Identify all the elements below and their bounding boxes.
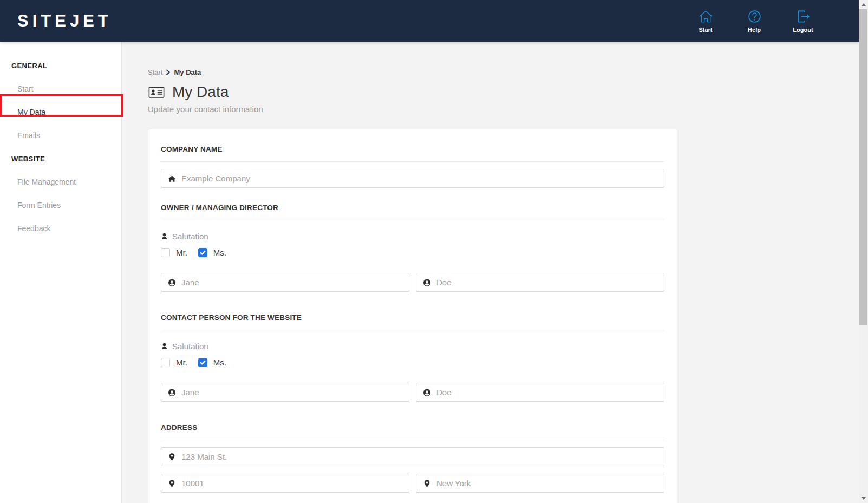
sidebar-item-form-entries[interactable]: Form Entries: [0, 195, 121, 215]
divider: [161, 161, 664, 162]
nav-logout-button[interactable]: Logout: [791, 9, 815, 33]
contact-salutation-options: Mr. Ms.: [161, 358, 664, 367]
sidebar-item-start[interactable]: Start: [0, 79, 121, 99]
address-heading: ADDRESS: [161, 423, 664, 432]
divider: [161, 330, 664, 330]
zip-input[interactable]: [161, 474, 409, 493]
sidebar-item-emails[interactable]: Emails: [0, 126, 121, 145]
sidebar: GENERAL Start My Data Emails WEBSITE Fil…: [0, 42, 122, 503]
owner-last-name-wrap: [416, 273, 664, 292]
user-icon: [161, 233, 168, 240]
divider: [161, 440, 664, 440]
breadcrumb-current: My Data: [174, 68, 201, 76]
sidebar-item-my-data[interactable]: My Data: [0, 102, 121, 122]
user-icon: [161, 343, 168, 350]
navbar-actions: Start Help Logout: [693, 9, 815, 33]
sidebar-item-feedback[interactable]: Feedback: [0, 219, 121, 238]
triangle-down-icon: [862, 497, 866, 500]
sidebar-section-general: GENERAL Start My Data Emails: [0, 56, 121, 145]
contact-last-name-wrap: [416, 383, 664, 402]
salutation-label: Salutation: [172, 232, 208, 241]
owner-heading: OWNER / MANAGING DIRECTOR: [161, 204, 664, 212]
nav-start-button[interactable]: Start: [693, 9, 718, 33]
logout-icon: [796, 9, 811, 24]
contact-person-heading: CONTACT PERSON FOR THE WEBSITE: [161, 313, 664, 322]
owner-name-row: [161, 273, 664, 292]
checkbox-ms[interactable]: [198, 358, 207, 367]
contact-last-name-input[interactable]: [416, 383, 664, 402]
divider: [161, 220, 664, 220]
company-name-input[interactable]: [161, 169, 664, 188]
breadcrumb-start-link[interactable]: Start: [148, 68, 162, 76]
salutation-label: Salutation: [172, 342, 208, 351]
owner-first-name-input[interactable]: [161, 273, 409, 292]
contact-salutation-row: Salutation: [161, 342, 664, 351]
scrollbar-thumb[interactable]: [859, 9, 867, 325]
contact-first-name-wrap: [161, 383, 409, 402]
chevron-right-icon: [166, 69, 171, 75]
page-scrollbar[interactable]: [859, 0, 868, 503]
page-title: My Data: [172, 83, 229, 101]
page-subtitle: Update your contact information: [148, 104, 859, 114]
help-icon: [747, 9, 762, 24]
city-field-wrap: [416, 474, 664, 493]
scrollbar-down-arrow[interactable]: [859, 494, 868, 503]
page-title-row: My Data: [148, 83, 859, 101]
home-icon: [699, 9, 713, 24]
checkbox-ms[interactable]: [198, 248, 207, 257]
nav-logout-label: Logout: [793, 27, 813, 33]
street-field-wrap: [161, 447, 664, 466]
owner-last-name-input[interactable]: [416, 273, 664, 292]
triangle-up-icon: [862, 3, 866, 6]
owner-salutation-row: Salutation: [161, 232, 664, 241]
main-content: Start My Data My Data Update your contac…: [122, 42, 859, 503]
owner-first-name-wrap: [161, 273, 409, 292]
zip-field-wrap: [161, 474, 409, 493]
company-name-heading: COMPANY NAME: [161, 145, 664, 153]
checkbox-mr[interactable]: [161, 358, 170, 367]
zip-city-row: [161, 474, 664, 493]
checkbox-ms-label[interactable]: Ms.: [213, 358, 226, 367]
nav-help-label: Help: [748, 27, 761, 33]
my-data-form-card: COMPANY NAME OWNER / MANAGING DIRECTOR S…: [148, 129, 677, 503]
scrollbar-up-arrow[interactable]: [859, 0, 868, 9]
city-input[interactable]: [416, 474, 664, 493]
checkbox-mr-label[interactable]: Mr.: [176, 358, 187, 367]
address-card-icon: [148, 85, 165, 100]
nav-start-label: Start: [699, 27, 712, 33]
street-input[interactable]: [161, 447, 664, 466]
checkbox-mr-label[interactable]: Mr.: [176, 248, 187, 257]
contact-first-name-input[interactable]: [161, 383, 409, 402]
app-logo[interactable]: SITEJET: [17, 11, 112, 31]
sidebar-section-website: WEBSITE File Management Form Entries Fee…: [0, 149, 121, 238]
top-navbar: SITEJET Start Help: [0, 0, 859, 42]
breadcrumb: Start My Data: [148, 68, 859, 76]
sidebar-item-file-management[interactable]: File Management: [0, 172, 121, 192]
checkbox-mr[interactable]: [161, 248, 170, 257]
owner-salutation-options: Mr. Ms.: [161, 248, 664, 257]
sidebar-section-title: GENERAL: [0, 56, 121, 75]
nav-help-button[interactable]: Help: [742, 9, 767, 33]
sidebar-section-title: WEBSITE: [0, 149, 121, 168]
company-name-field-wrap: [161, 169, 664, 188]
checkbox-ms-label[interactable]: Ms.: [213, 248, 226, 257]
contact-name-row: [161, 383, 664, 402]
